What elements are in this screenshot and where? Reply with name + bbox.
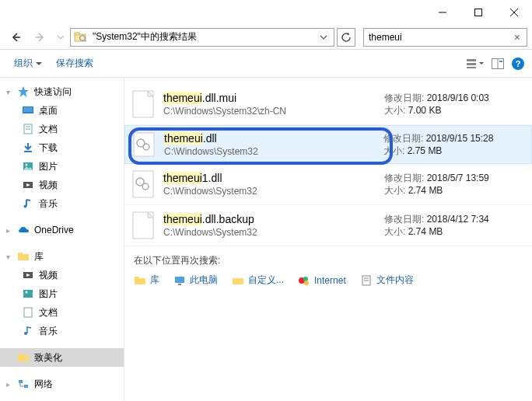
- forward-button[interactable]: [30, 26, 51, 48]
- file-icon: [131, 210, 156, 241]
- svg-rect-15: [499, 61, 502, 62]
- sidebar-pictures[interactable]: 图片: [0, 157, 124, 176]
- sidebar-documents[interactable]: 文档: [0, 120, 124, 138]
- dll-icon: [131, 169, 156, 200]
- internet-icon: [298, 274, 310, 287]
- onedrive-icon: [17, 224, 30, 236]
- results-area: themeui.dll.mui C:\Windows\System32\zh-C…: [124, 78, 532, 401]
- search-again-libraries[interactable]: 库: [134, 274, 159, 287]
- toolbar: 组织 保存搜索 ?: [0, 50, 532, 78]
- pictures-icon: [22, 288, 34, 300]
- sidebar-music[interactable]: 音乐: [0, 194, 124, 213]
- svg-point-25: [24, 205, 27, 208]
- folder-icon: [74, 31, 86, 44]
- close-button[interactable]: [496, 0, 532, 25]
- refresh-button[interactable]: [337, 28, 355, 47]
- svg-rect-34: [18, 354, 23, 356]
- svg-rect-33: [18, 355, 29, 361]
- chevron-right-icon: ▸: [6, 380, 12, 389]
- search-again-internet[interactable]: Internet: [298, 274, 346, 287]
- file-path: C:\Windows\System32\zh-CN: [163, 105, 384, 117]
- file-icon: [131, 89, 156, 120]
- sidebar-lib-music[interactable]: 音乐: [0, 322, 124, 340]
- network-icon: [17, 378, 30, 390]
- folder-icon: [17, 351, 30, 364]
- result-item[interactable]: themeui.dll C:\Windows\System32 修改日期: 20…: [124, 125, 532, 164]
- sidebar-downloads[interactable]: 下载: [0, 138, 124, 157]
- document-icon: [22, 123, 34, 135]
- address-row: "System32"中的搜索结果 ×: [0, 25, 532, 50]
- svg-rect-31: [24, 308, 32, 317]
- file-path: C:\Windows\System32: [163, 226, 384, 239]
- file-name: themeui.dll.mui: [163, 91, 384, 105]
- dll-icon: [131, 132, 156, 157]
- address-bar[interactable]: "System32"中的搜索结果: [70, 28, 334, 47]
- svg-rect-26: [18, 254, 29, 260]
- recent-dropdown[interactable]: [54, 26, 67, 48]
- svg-point-30: [26, 291, 28, 294]
- sidebar-desktop[interactable]: 桌面: [0, 101, 124, 120]
- sidebar-customize[interactable]: 致美化: [0, 348, 124, 367]
- sidebar-onedrive[interactable]: ▸ OneDrive: [0, 221, 124, 239]
- search-again-label: 在以下位置再次搜索:: [134, 254, 523, 267]
- music-icon: [22, 197, 34, 210]
- body: ▾ 快速访问 桌面 文档 下载 图片 视频 音乐 ▸: [0, 78, 532, 401]
- svg-rect-48: [178, 284, 181, 285]
- svg-rect-7: [75, 33, 79, 35]
- chevron-right-icon: ▸: [6, 226, 12, 235]
- desktop-icon: [22, 104, 34, 117]
- organize-menu[interactable]: 组织: [8, 54, 48, 73]
- svg-rect-10: [467, 59, 476, 61]
- chevron-down-icon: ▾: [6, 88, 12, 96]
- music-icon: [22, 325, 34, 337]
- sidebar-lib-pictures[interactable]: 图片: [0, 284, 124, 303]
- file-path: C:\Windows\System32: [163, 185, 384, 197]
- titlebar: [0, 0, 532, 25]
- search-again-custom[interactable]: 自定义...: [232, 274, 284, 287]
- folder-icon: [134, 274, 146, 287]
- file-name: themeui1.dll: [163, 171, 384, 185]
- svg-rect-45: [135, 278, 145, 284]
- sidebar-videos[interactable]: 视频: [0, 176, 124, 194]
- search-again-file-content[interactable]: 文件内容: [360, 274, 414, 287]
- svg-point-23: [26, 164, 28, 166]
- svg-rect-17: [23, 107, 33, 112]
- back-button[interactable]: [5, 26, 26, 48]
- file-name: themeui.dll: [164, 131, 383, 145]
- search-again-section: 在以下位置再次搜索: 库 此电脑 自定义... Internet: [124, 246, 532, 295]
- help-button[interactable]: ?: [512, 58, 524, 70]
- breadcrumb[interactable]: "System32"中的搜索结果: [89, 30, 200, 44]
- result-item[interactable]: themeui.dll.mui C:\Windows\System32\zh-C…: [124, 84, 532, 125]
- result-item[interactable]: themeui.dll.backup C:\Windows\System32 修…: [124, 205, 532, 246]
- search-input[interactable]: [369, 32, 513, 43]
- svg-rect-35: [19, 380, 23, 383]
- file-content-icon: [360, 274, 373, 287]
- videos-icon: [22, 269, 34, 281]
- sidebar-network[interactable]: ▸ 网络: [0, 375, 124, 393]
- address-dropdown[interactable]: [320, 33, 334, 41]
- sidebar-lib-videos[interactable]: 视频: [0, 266, 124, 284]
- sidebar-quick-access[interactable]: ▾ 快速访问: [0, 82, 124, 101]
- svg-point-51: [303, 277, 308, 281]
- minimize-button[interactable]: [425, 0, 460, 25]
- sidebar-libraries[interactable]: ▾ 库: [0, 247, 124, 266]
- videos-icon: [22, 179, 34, 191]
- chevron-down-icon: [36, 61, 42, 67]
- svg-point-52: [304, 281, 309, 285]
- clear-search-button[interactable]: ×: [513, 31, 522, 44]
- maximize-button[interactable]: [460, 0, 496, 25]
- navigation-sidebar: ▾ 快速访问 桌面 文档 下载 图片 视频 音乐 ▸: [0, 78, 124, 401]
- preview-pane-icon[interactable]: [492, 58, 504, 69]
- sidebar-lib-documents[interactable]: 文档: [0, 303, 124, 322]
- folder-icon: [17, 250, 30, 263]
- search-box[interactable]: ×: [363, 28, 527, 47]
- svg-rect-27: [18, 253, 23, 255]
- svg-rect-49: [233, 278, 243, 284]
- search-again-this-pc[interactable]: 此电脑: [173, 274, 218, 287]
- star-icon: [17, 85, 30, 98]
- view-options-icon[interactable]: [467, 58, 484, 69]
- folder-icon: [232, 274, 244, 287]
- result-item[interactable]: themeui1.dll C:\Windows\System32 修改日期: 2…: [124, 164, 532, 205]
- save-search-button[interactable]: 保存搜索: [50, 54, 100, 73]
- pictures-icon: [22, 160, 34, 173]
